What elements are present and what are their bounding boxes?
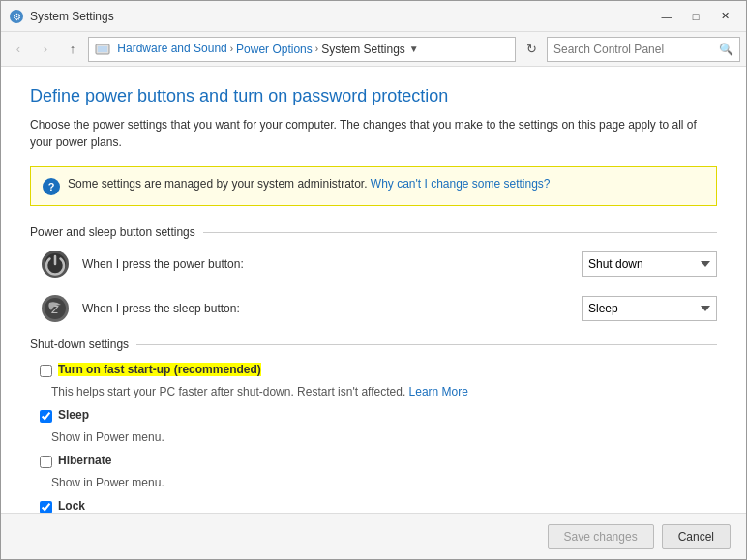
hibernate-desc: Show in Power menu. bbox=[51, 476, 717, 489]
close-button[interactable]: ✕ bbox=[711, 7, 738, 26]
page-title: Define power buttons and turn on passwor… bbox=[30, 86, 717, 106]
sleep-desc: Show in Power menu. bbox=[51, 430, 717, 444]
sleep-checkbox[interactable] bbox=[40, 410, 52, 423]
sleep-checkbox-row: Sleep bbox=[30, 408, 717, 423]
breadcrumb-item-hardware[interactable]: Hardware and Sound bbox=[95, 42, 227, 57]
learn-more-link[interactable]: Learn More bbox=[409, 385, 468, 398]
info-box: ? Some settings are managed by your syst… bbox=[30, 166, 717, 206]
breadcrumb: Hardware and Sound › Power Options › Sys… bbox=[88, 37, 516, 62]
content-area: Define power buttons and turn on passwor… bbox=[1, 67, 746, 513]
footer: Save changes Cancel bbox=[1, 513, 746, 559]
lock-label[interactable]: Lock bbox=[58, 499, 85, 513]
maximize-button[interactable]: □ bbox=[682, 7, 709, 26]
breadcrumb-current: System Settings bbox=[321, 43, 405, 56]
address-bar: ‹ › ↑ Hardware and Sound › Power Options… bbox=[1, 32, 746, 67]
svg-rect-3 bbox=[98, 46, 107, 52]
lock-checkbox-row: Lock bbox=[30, 499, 717, 513]
up-button[interactable]: ↑ bbox=[61, 38, 84, 61]
breadcrumb-sep-2: › bbox=[315, 44, 318, 54]
power-icon bbox=[40, 249, 71, 280]
hibernate-checkbox-row: Hibernate bbox=[30, 454, 717, 468]
svg-text:⚙: ⚙ bbox=[13, 12, 21, 22]
info-text: Some settings are managed by your system… bbox=[68, 177, 551, 191]
search-icon: 🔍 bbox=[719, 43, 733, 56]
info-icon: ? bbox=[43, 178, 60, 195]
power-button-label: When I press the power button: bbox=[82, 257, 582, 271]
info-message: Some settings are managed by your system… bbox=[68, 177, 367, 191]
window-title: System Settings bbox=[30, 10, 653, 23]
info-link[interactable]: Why can't I change some settings? bbox=[371, 177, 551, 191]
window-icon: ⚙ bbox=[9, 9, 24, 24]
save-changes-button[interactable]: Save changes bbox=[548, 524, 654, 549]
sleep-icon: z bbox=[40, 293, 71, 324]
breadcrumb-item-power[interactable]: Power Options bbox=[236, 43, 313, 56]
lock-checkbox[interactable] bbox=[40, 501, 52, 513]
sleep-button-row: z When I press the sleep button: Do noth… bbox=[30, 293, 717, 324]
shutdown-section-header: Shut-down settings bbox=[30, 338, 717, 351]
fast-startup-label-text: Turn on fast start-up (recommended) bbox=[58, 363, 261, 376]
cancel-button[interactable]: Cancel bbox=[662, 524, 731, 549]
system-settings-window: ⚙ System Settings — □ ✕ ‹ › ↑ Hardware a… bbox=[0, 0, 747, 560]
power-section-header: Power and sleep button settings bbox=[30, 225, 717, 239]
sleep-button-select[interactable]: Do nothing Sleep Hibernate Shut down bbox=[582, 296, 717, 321]
power-button-row: When I press the power button: Do nothin… bbox=[30, 249, 717, 280]
breadcrumb-sep-1: › bbox=[230, 44, 233, 54]
fast-startup-label[interactable]: Turn on fast start-up (recommended) bbox=[58, 363, 261, 376]
fast-startup-checkbox[interactable] bbox=[40, 365, 52, 377]
back-button[interactable]: ‹ bbox=[7, 38, 30, 61]
minimize-button[interactable]: — bbox=[653, 7, 680, 26]
search-box: 🔍 bbox=[547, 37, 740, 62]
hibernate-checkbox[interactable] bbox=[40, 456, 52, 468]
fast-startup-desc: This helps start your PC faster after sh… bbox=[51, 385, 717, 398]
power-button-select[interactable]: Do nothing Sleep Hibernate Shut down Tur… bbox=[582, 251, 717, 277]
sleep-label[interactable]: Sleep bbox=[58, 408, 89, 422]
page-description: Choose the power settings that you want … bbox=[30, 116, 717, 151]
search-input[interactable] bbox=[553, 43, 719, 56]
window-controls: — □ ✕ bbox=[653, 7, 738, 26]
breadcrumb-dropdown-icon[interactable]: ▼ bbox=[409, 44, 419, 54]
hibernate-label[interactable]: Hibernate bbox=[58, 454, 111, 467]
sleep-button-label: When I press the sleep button: bbox=[82, 302, 582, 315]
shutdown-section: Shut-down settings Turn on fast start-up… bbox=[30, 338, 717, 513]
refresh-button[interactable]: ↻ bbox=[520, 38, 543, 61]
forward-button[interactable]: › bbox=[34, 38, 57, 61]
title-bar: ⚙ System Settings — □ ✕ bbox=[1, 1, 746, 32]
fast-startup-row: Turn on fast start-up (recommended) bbox=[30, 363, 717, 377]
